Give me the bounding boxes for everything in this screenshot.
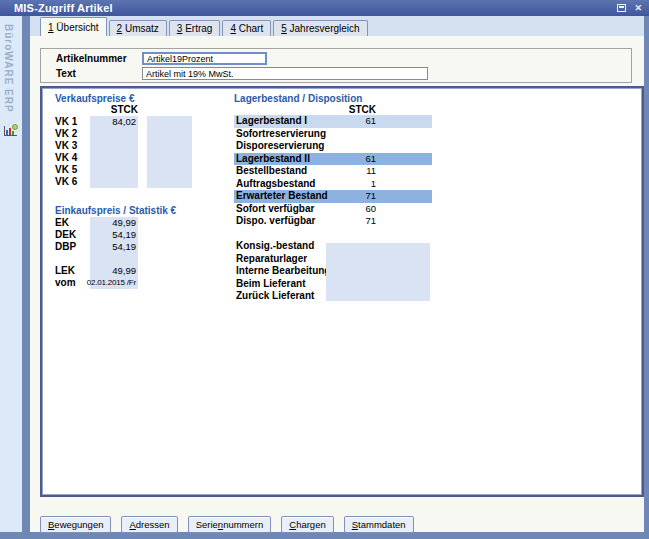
vk-value-cell: 84,02 (90, 116, 138, 128)
bewegungen-button[interactable]: Bewegungen (40, 516, 111, 533)
table-row: Disporeservierung (234, 140, 432, 153)
vk-value-cell-2 (147, 152, 192, 164)
tab-chart[interactable]: 4 Chart (222, 20, 271, 36)
restore-window-icon[interactable] (617, 4, 626, 12)
window-body: BüroWARE ERP 1 Übersicht (0, 16, 649, 532)
table-row: Auftragsbestand 1 (234, 178, 432, 191)
seriennummern-button[interactable]: Seriennummern (188, 516, 272, 533)
ek-value-cell: 49,99 (90, 265, 138, 277)
sidebar: BüroWARE ERP (0, 16, 22, 532)
table-row: Sofortreservierung (234, 128, 432, 141)
table-row: Lagerbestand I 61 (234, 115, 432, 128)
vk-value-cell-2 (147, 164, 192, 176)
article-header-box: Artikelnummer Text (40, 48, 632, 83)
verkaufspreise-col-header: STCK (90, 104, 138, 115)
tab-jahresvergleich[interactable]: 5 Jahresvergleich (273, 20, 367, 36)
ek-value-cell: 02.01.2015 /Fr (90, 277, 138, 289)
tab-ertrag[interactable]: 3 Ertrag (169, 20, 221, 36)
verkaufspreise-title: Verkaufspreise € (55, 93, 135, 104)
vk-value-cell (90, 164, 138, 176)
content-area: 1 Übersicht 2 Umsatz 3 Ertrag 4 Chart 5 … (30, 16, 644, 532)
ek-value-cell (90, 253, 138, 265)
ek-value-cell: 49,99 (90, 217, 138, 229)
text-label: Text (56, 68, 142, 79)
lagerbestand-table: Lagerbestand I 61 Sofortreservierung Dis… (234, 115, 432, 228)
text-input[interactable] (142, 67, 428, 80)
footer-button-row: Bewegungen Adressen Seriennummern Charge… (40, 516, 424, 533)
table-row: Sofort verfügbar 60 (234, 203, 432, 216)
window-title: MIS-Zugriff Artikel (14, 2, 113, 14)
lagerbestand-col-header: STCK (234, 104, 376, 115)
stammdaten-button[interactable]: Stammdaten (344, 516, 414, 533)
vk-value-cell-2 (147, 176, 192, 188)
vk-value-cell (90, 128, 138, 140)
vk-value-cell-2 (147, 128, 192, 140)
ek-value-cell: 54,19 (90, 241, 138, 253)
lagerbestand-title: Lagerbestand / Disposition (234, 93, 362, 104)
table-row: Dispo. verfügbar 71 (234, 215, 432, 228)
tab-bar: 1 Übersicht 2 Umsatz 3 Ertrag 4 Chart 5 … (30, 16, 644, 36)
vk-value-cell (90, 140, 138, 152)
table-row: Bestellbestand 11 (234, 165, 432, 178)
table-row: Lagerbestand II 61 (234, 153, 432, 166)
window-controls: ✕ (617, 4, 642, 12)
tab-uebersicht[interactable]: 1 Übersicht (40, 17, 107, 36)
titlebar: MIS-Zugriff Artikel ✕ (0, 0, 649, 16)
chart-icon[interactable] (3, 124, 19, 140)
vk-value-cell-2 (147, 116, 192, 128)
sidebar-divider (22, 16, 30, 532)
app-window: MIS-Zugriff Artikel ✕ BüroWARE ERP (0, 0, 649, 539)
tab-umsatz[interactable]: 2 Umsatz (109, 20, 167, 36)
lagerbestand-value-block (326, 243, 430, 301)
overview-panel: Verkaufspreise € STCK VK 1 84,02 VK 2 (40, 86, 644, 497)
close-window-icon[interactable]: ✕ (634, 4, 642, 12)
table-row: Erwarteter Bestand 71 (234, 190, 432, 203)
brand-label: BüroWARE ERP (3, 24, 14, 113)
einkaufspreis-title: Einkaufspreis / Statistik € (55, 205, 176, 216)
artikelnummer-input[interactable] (142, 52, 267, 65)
vk-value-cell-2 (147, 140, 192, 152)
chargen-button[interactable]: Chargen (281, 516, 333, 533)
vk-value-cell (90, 176, 138, 188)
adressen-button[interactable]: Adressen (121, 516, 177, 533)
ek-value-cell: 54,19 (90, 229, 138, 241)
vk-value-cell (90, 152, 138, 164)
artikelnummer-label: Artikelnummer (56, 53, 142, 64)
tab-page-uebersicht: Artikelnummer Text Verkaufspreise € STCK (30, 36, 644, 532)
